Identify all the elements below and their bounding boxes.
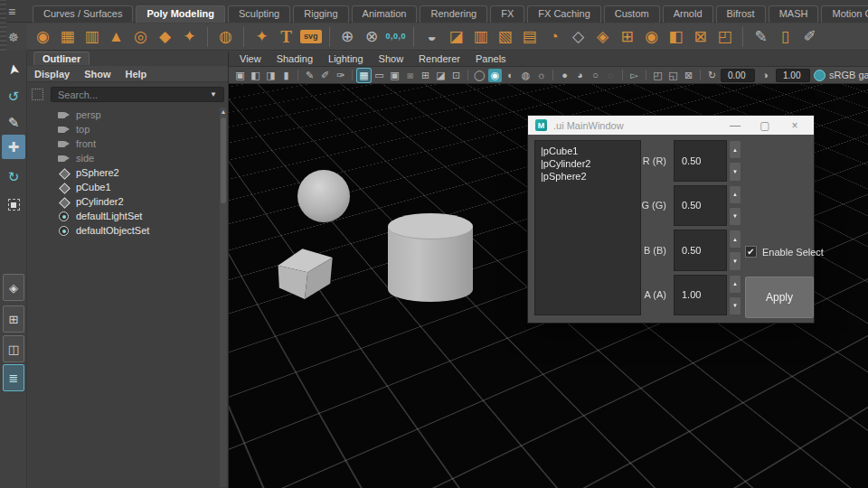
viewport-toolbar-icon[interactable]: ▦ xyxy=(357,69,371,82)
paint-select-tool-button[interactable]: ✎ xyxy=(2,110,25,135)
tab-motion-graphics[interactable]: Motion Graphics xyxy=(821,5,868,23)
tab-bifrost[interactable]: Bifrost xyxy=(716,5,766,23)
exposure-field[interactable]: 0.00 xyxy=(721,69,755,82)
viewport-toolbar-icon[interactable]: ▭ xyxy=(373,69,386,82)
spin-up-button[interactable]: ▲ xyxy=(729,185,741,204)
move-tool-button[interactable]: ✚ xyxy=(2,135,25,159)
grid-fill-icon[interactable]: ▧ xyxy=(495,26,515,47)
platonic-solid-icon[interactable]: ◍ xyxy=(215,26,236,47)
tab-animation[interactable]: Animation xyxy=(352,5,418,23)
viewport-toolbar-icon[interactable] xyxy=(467,70,468,80)
spin-down-button[interactable]: ▼ xyxy=(729,162,741,181)
viewport-toolbar-icon[interactable] xyxy=(700,70,701,80)
crease-tool-icon[interactable]: ✎ xyxy=(750,26,771,47)
tab-sculpting[interactable]: Sculpting xyxy=(228,5,290,23)
viewport-toolbar-icon[interactable]: ◍ xyxy=(519,69,533,82)
select-tool-button[interactable]: ➤ xyxy=(2,57,25,81)
viewport-toolbar-icon[interactable]: ⊠ xyxy=(682,69,695,82)
viewport-toolbar-icon[interactable]: ▻ xyxy=(627,69,641,82)
viewport-toolbar-icon[interactable]: ⊡ xyxy=(449,69,463,82)
type-tool-icon[interactable]: T xyxy=(276,26,297,47)
viewport-toolbar-icon[interactable]: ⊞ xyxy=(419,69,432,82)
shelf-separator[interactable] xyxy=(243,27,244,47)
multi-cut-icon[interactable]: ⊠ xyxy=(690,26,711,47)
tab-fx-caching[interactable]: FX Caching xyxy=(527,5,600,23)
outliner-panel-tab[interactable]: Outliner xyxy=(33,52,90,65)
outliner-scrollbar[interactable]: ▲ xyxy=(220,108,227,487)
shelf-separator[interactable] xyxy=(413,27,414,47)
shelf-separator[interactable] xyxy=(742,27,743,47)
psphere-object[interactable] xyxy=(297,170,350,222)
viewport-toolbar-icon[interactable]: ● xyxy=(558,69,571,82)
viewport-toolbar-icon[interactable] xyxy=(297,70,298,80)
poly-cylinder-icon[interactable]: ▥ xyxy=(81,26,102,47)
outliner-item[interactable]: pCube1 xyxy=(27,180,219,194)
edit-edge-flow-icon[interactable]: ▯ xyxy=(775,26,796,47)
target-weld-icon[interactable]: ◰ xyxy=(714,26,735,47)
viewport-toolbar-icon[interactable]: ◕ xyxy=(573,69,587,82)
outliner-item[interactable]: pCylinder2 xyxy=(27,194,219,209)
lasso-select-tool-button[interactable]: ↺ xyxy=(2,84,25,108)
locator-icon[interactable]: ⊕ xyxy=(337,26,358,47)
extrude-icon[interactable]: ◈ xyxy=(592,26,613,47)
tab-rigging[interactable]: Rigging xyxy=(293,5,348,23)
viewport-toolbar-icon[interactable]: ◯ xyxy=(473,69,486,82)
bridge-icon[interactable]: ◇ xyxy=(568,26,589,47)
layout-two-pane-button[interactable]: ◫ xyxy=(3,335,24,362)
layout-four-pane-button[interactable]: ⊞ xyxy=(3,305,24,333)
outliner-menu-item[interactable]: Help xyxy=(125,69,146,80)
viewport-toolbar-icon[interactable]: ✑ xyxy=(334,69,347,82)
viewport-toolbar-icon[interactable]: ○ xyxy=(589,69,602,82)
spin-down-button[interactable]: ▼ xyxy=(729,296,741,315)
outliner-menu-item[interactable]: Show xyxy=(84,69,110,80)
spin-down-button[interactable]: ▼ xyxy=(729,207,741,226)
tab-arnold[interactable]: Arnold xyxy=(663,5,713,23)
wheel-icon[interactable]: ◉ xyxy=(641,26,662,47)
spin-up-button[interactable]: ▲ xyxy=(729,140,741,159)
viewport-menu-item[interactable]: Renderer xyxy=(419,53,460,64)
combine-icon[interactable]: ◒ xyxy=(421,26,442,47)
tab-custom[interactable]: Custom xyxy=(604,5,660,23)
pcube-object[interactable] xyxy=(276,243,334,299)
spin-row-value-field[interactable]: 1.00 xyxy=(674,275,727,316)
tab-curves-surfaces[interactable]: Curves / Surfaces xyxy=(33,5,133,23)
outliner-item[interactable]: defaultLightSet xyxy=(27,209,219,223)
tab-mash[interactable]: MASH xyxy=(769,5,819,23)
poly-cube-icon[interactable]: ▦ xyxy=(57,26,78,47)
viewport-toolbar-icon[interactable]: ◐ xyxy=(504,69,517,82)
mirror-icon[interactable]: ▥ xyxy=(470,26,491,47)
object-list-item[interactable]: |pSphere2 xyxy=(541,170,635,183)
viewport-toolbar-icon[interactable]: ◪ xyxy=(434,69,448,82)
viewport-toolbar-icon[interactable]: ◌ xyxy=(604,69,618,82)
tab-rendering[interactable]: Rendering xyxy=(420,5,487,23)
scroll-up-icon[interactable]: ▲ xyxy=(220,108,227,117)
object-list-box[interactable]: |pCube1 |pCylinder2 |pSphere2 xyxy=(534,140,641,315)
viewport-toolbar-icon[interactable]: ▮ xyxy=(279,69,293,82)
svg-tool-icon[interactable]: svg xyxy=(300,30,322,43)
shelf-drag-handle[interactable] xyxy=(0,0,6,51)
origin-coords-icon[interactable]: 0,0,0 xyxy=(386,26,407,47)
scale-tool-button[interactable] xyxy=(2,192,25,217)
scrollbar-thumb[interactable] xyxy=(221,117,226,203)
search-input[interactable]: Search... ▼ xyxy=(51,87,224,102)
viewport-toolbar-icon[interactable]: ✐ xyxy=(318,69,332,82)
layout-outliner-persp-button[interactable]: ≣ xyxy=(3,364,24,391)
snap-options-icon[interactable]: ⊗ xyxy=(362,26,382,47)
outliner-item[interactable]: top xyxy=(27,122,219,136)
object-list-item[interactable]: |pCube1 xyxy=(541,145,635,157)
viewport-toolbar-icon[interactable]: ◨ xyxy=(264,69,278,82)
outliner-menu-item[interactable]: Display xyxy=(34,69,70,80)
quad-draw-icon[interactable]: ◧ xyxy=(665,26,686,47)
enable-select-row[interactable]: ✔ Enable Select xyxy=(745,246,824,258)
viewport-toolbar-icon[interactable]: ◉ xyxy=(488,69,502,82)
spin-down-button[interactable]: ▼ xyxy=(729,251,741,270)
viewport-toolbar-icon[interactable] xyxy=(552,70,553,80)
rotate-tool-button[interactable]: ↻ xyxy=(2,164,25,189)
gamma-icon[interactable]: ◑ xyxy=(759,69,772,82)
super-shape-icon[interactable]: ✦ xyxy=(251,26,272,47)
spin-row-value-field[interactable]: 0.50 xyxy=(674,230,727,271)
viewport-menu-item[interactable]: View xyxy=(240,53,261,64)
poly-sphere-icon[interactable]: ◉ xyxy=(33,26,53,47)
spin-row-value-field[interactable]: 0.50 xyxy=(674,185,727,227)
separate-icon[interactable]: ◪ xyxy=(446,26,467,47)
